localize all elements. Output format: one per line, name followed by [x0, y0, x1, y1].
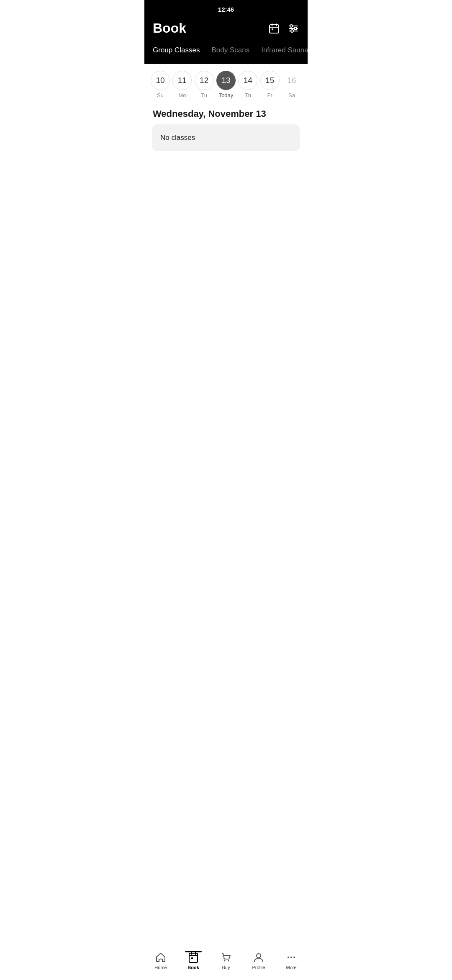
- date-number-10: 10: [151, 71, 170, 90]
- svg-point-8: [290, 25, 293, 27]
- header-actions: [268, 23, 299, 34]
- svg-rect-4: [272, 28, 273, 30]
- svg-point-10: [291, 30, 293, 32]
- date-cell-14[interactable]: 14 Th: [237, 71, 259, 98]
- date-label-today: Today: [219, 92, 234, 98]
- svg-point-9: [294, 27, 297, 30]
- date-cell-10[interactable]: 10 Su: [149, 71, 171, 98]
- status-time: 12:46: [218, 6, 234, 13]
- date-number-16: 16: [282, 71, 301, 90]
- tabs-bar: Group Classes Body Scans Infrared Sauna: [144, 44, 308, 64]
- date-cell-16[interactable]: 16 Sa: [281, 71, 303, 98]
- date-label-tu: Tu: [201, 92, 207, 98]
- svg-rect-0: [270, 25, 279, 33]
- header: Book: [144, 16, 308, 44]
- main-content: Wednesday, November 13 No classes: [144, 102, 308, 151]
- date-number-14: 14: [238, 71, 257, 90]
- no-classes-card: No classes: [152, 124, 300, 151]
- date-label-mo: Mo: [178, 92, 186, 98]
- selected-date-header: Wednesday, November 13: [144, 102, 308, 124]
- date-strip: 10 Su 11 Mo 12 Tu 13 Today 14 Th 15 Fr 1…: [144, 64, 308, 102]
- date-number-12: 12: [195, 71, 214, 90]
- tab-body-scans[interactable]: Body Scans: [211, 44, 249, 57]
- date-cell-13[interactable]: 13 Today: [215, 71, 237, 98]
- date-number-13: 13: [216, 71, 236, 90]
- tab-infrared-sauna[interactable]: Infrared Sauna: [261, 44, 308, 57]
- date-cell-11[interactable]: 11 Mo: [171, 71, 193, 98]
- calendar-icon[interactable]: [268, 23, 280, 34]
- tab-group-classes[interactable]: Group Classes: [153, 44, 200, 57]
- date-label-th: Th: [245, 92, 251, 98]
- date-label-sa: Sa: [288, 92, 295, 98]
- date-cell-15[interactable]: 15 Fr: [259, 71, 281, 98]
- date-number-15: 15: [260, 71, 280, 90]
- date-number-11: 11: [172, 71, 192, 90]
- no-classes-text: No classes: [160, 134, 195, 142]
- date-cell-12[interactable]: 12 Tu: [193, 71, 215, 98]
- date-label-fr: Fr: [267, 92, 272, 98]
- filter-icon[interactable]: [288, 23, 299, 34]
- page-title: Book: [153, 21, 186, 36]
- date-label-su: Su: [157, 92, 164, 98]
- status-bar: 12:46: [144, 0, 308, 16]
